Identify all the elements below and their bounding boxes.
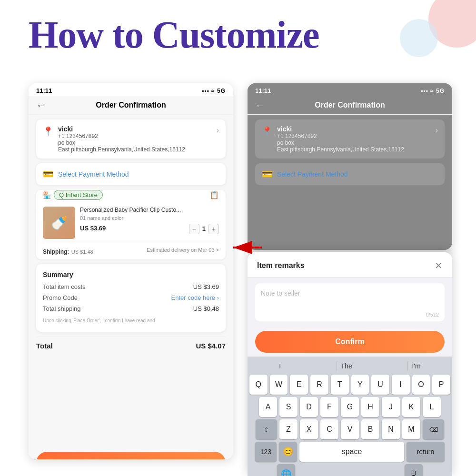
- left-phone-scroll[interactable]: 📍 vicki +1 1234567892 po box East pittsb…: [29, 115, 233, 448]
- qty-number-left: 1: [202, 225, 206, 232]
- payment-icon-right: 💳: [262, 169, 272, 179]
- address-name-right: vicki: [277, 125, 404, 133]
- remarks-header: Item remarks ✕: [248, 252, 452, 278]
- key-x[interactable]: X: [300, 419, 318, 439]
- suggestion-im[interactable]: I'm: [407, 361, 424, 371]
- remarks-counter: 0/512: [426, 312, 439, 317]
- confirm-button[interactable]: Confirm: [255, 331, 445, 353]
- nav-bar-right: ← Order Confirmation: [248, 96, 452, 115]
- key-z[interactable]: Z: [279, 419, 298, 439]
- right-phone-screenshot: 11:11 ▪▪▪ ≈ 5G ← Order Confirmation 📍 vi…: [248, 83, 452, 250]
- key-w[interactable]: W: [270, 375, 288, 395]
- key-numbers[interactable]: 123: [255, 442, 277, 462]
- key-d[interactable]: D: [300, 397, 318, 417]
- key-space[interactable]: space: [299, 442, 404, 462]
- product-variant-left: 01 name and color: [80, 215, 219, 221]
- key-u[interactable]: U: [371, 375, 389, 395]
- address-card-left[interactable]: 📍 vicki +1 1234567892 po box East pittsb…: [36, 119, 226, 159]
- total-row-left: Total US $4.07: [36, 337, 226, 355]
- key-q[interactable]: Q: [249, 375, 268, 395]
- location-icon-left: 📍: [43, 126, 53, 137]
- key-backspace[interactable]: ⌫: [423, 419, 444, 439]
- product-info-left: Personalized Baby Pacifier Clip Custo...…: [80, 207, 219, 234]
- key-mic[interactable]: 🎙: [405, 464, 423, 476]
- key-h[interactable]: H: [361, 397, 379, 417]
- total-amount-left: US $4.07: [196, 342, 226, 350]
- key-b[interactable]: B: [361, 419, 379, 439]
- keyboard-row-3: ⇧ Z X C V B N M ⌫: [249, 419, 450, 439]
- key-s[interactable]: S: [279, 397, 298, 417]
- back-button-left[interactable]: ←: [36, 100, 46, 111]
- key-c[interactable]: C: [320, 419, 338, 439]
- summary-item-costs-row: Total item costs US $3.69: [43, 283, 219, 290]
- keyboard-suggestions: I The I'm: [249, 359, 450, 375]
- address-phone-left: +1 1234567892: [58, 133, 185, 139]
- remarks-close-button[interactable]: ✕: [435, 260, 443, 271]
- back-button-right[interactable]: ←: [255, 100, 265, 111]
- key-j[interactable]: J: [382, 397, 400, 417]
- address-city-left: East pittsburgh,Pennsylvania,United Stat…: [58, 146, 185, 153]
- payment-text-left: Select Payment Method: [58, 170, 129, 178]
- signal-right: ▪▪▪ ≈ 5G: [421, 88, 445, 94]
- payment-row-right: 💳 Select Payment Method: [255, 163, 445, 185]
- key-return[interactable]: return: [407, 442, 445, 462]
- key-t[interactable]: T: [331, 375, 349, 395]
- key-l[interactable]: L: [423, 397, 441, 417]
- payment-row-left[interactable]: 💳 Select Payment Method: [36, 163, 226, 185]
- nav-bar-left: ← Order Confirmation: [29, 96, 233, 115]
- key-y[interactable]: Y: [351, 375, 369, 395]
- key-globe[interactable]: 🌐: [277, 464, 295, 476]
- key-g[interactable]: G: [341, 397, 359, 417]
- place-order-button[interactable]: Place order: [36, 452, 226, 459]
- key-v[interactable]: V: [341, 419, 359, 439]
- summary-promo-label: Promo Code: [43, 294, 78, 301]
- store-name-badge-left[interactable]: Q Infant Store: [54, 190, 103, 200]
- product-qty-left: − 1 +: [189, 224, 219, 234]
- key-k[interactable]: K: [402, 397, 420, 417]
- key-f[interactable]: F: [320, 397, 338, 417]
- product-title-left: Personalized Baby Pacifier Clip Custo...: [80, 207, 219, 214]
- address-card-right: 📍 vicki +1 1234567892 po box East pittsb…: [255, 119, 445, 159]
- product-image-left: 🍼: [43, 207, 75, 239]
- store-section-left: 🏪 Q Infant Store 📋 🍼 Personalized Baby P…: [36, 190, 226, 259]
- keyboard: I The I'm Q W E R T Y U I O P A S D F G …: [248, 357, 452, 476]
- status-bar-right: 11:11 ▪▪▪ ≈ 5G: [248, 83, 452, 96]
- summary-shipping-row: Total shipping US $0.48: [43, 305, 219, 312]
- key-i[interactable]: I: [392, 375, 410, 395]
- key-a[interactable]: A: [259, 397, 277, 417]
- summary-shipping-value: US $0.48: [193, 305, 219, 312]
- key-e[interactable]: E: [290, 375, 308, 395]
- remarks-title: Item remarks: [257, 261, 305, 270]
- remarks-panel: Item remarks ✕ Note to seller 0/512 rema…: [248, 252, 452, 476]
- shipping-row-left: Shipping: US $1.48 Estimated delivery on…: [43, 243, 219, 259]
- status-bar-left: 11:11 ▪▪▪ ≈ 5G: [29, 83, 233, 96]
- qty-plus-left[interactable]: +: [208, 224, 219, 234]
- qty-minus-left[interactable]: −: [189, 224, 199, 234]
- page-title: How to Customize: [29, 13, 319, 57]
- summary-promo-value[interactable]: Enter code here ›: [171, 294, 219, 301]
- key-emoji[interactable]: 😊: [279, 442, 297, 462]
- key-shift[interactable]: ⇧: [256, 419, 277, 439]
- store-note-icon-left[interactable]: 📋: [209, 190, 219, 199]
- key-p[interactable]: P: [432, 375, 450, 395]
- signal-left: ▪▪▪ ≈ 5G: [202, 88, 226, 94]
- right-phone-content: 📍 vicki +1 1234567892 po box East pittsb…: [248, 119, 452, 185]
- payment-text-right: Select Payment Method: [277, 170, 348, 178]
- bg-circle-blue: [400, 19, 438, 57]
- address-city-right: East pittsburgh,Pennsylvania,United Stat…: [277, 146, 404, 153]
- product-price-left: US $3.69: [80, 225, 106, 232]
- summary-shipping-label: Total shipping: [43, 305, 81, 312]
- suggestion-i[interactable]: I: [275, 361, 285, 371]
- key-m[interactable]: M: [402, 419, 420, 439]
- key-n[interactable]: N: [382, 419, 400, 439]
- remarks-input-area[interactable]: Note to seller 0/512: [255, 283, 445, 321]
- keyboard-row-2: A S D F G H J K L: [249, 397, 450, 417]
- summary-promo-row: Promo Code Enter code here ›: [43, 294, 219, 301]
- address-phone-right: +1 1234567892: [277, 133, 404, 139]
- key-o[interactable]: O: [412, 375, 430, 395]
- payment-icon-left: 💳: [43, 169, 53, 179]
- key-r[interactable]: R: [310, 375, 328, 395]
- suggestion-the[interactable]: The: [337, 361, 356, 371]
- address-name-left: vicki: [58, 125, 185, 133]
- address-po-right: po box: [277, 139, 404, 146]
